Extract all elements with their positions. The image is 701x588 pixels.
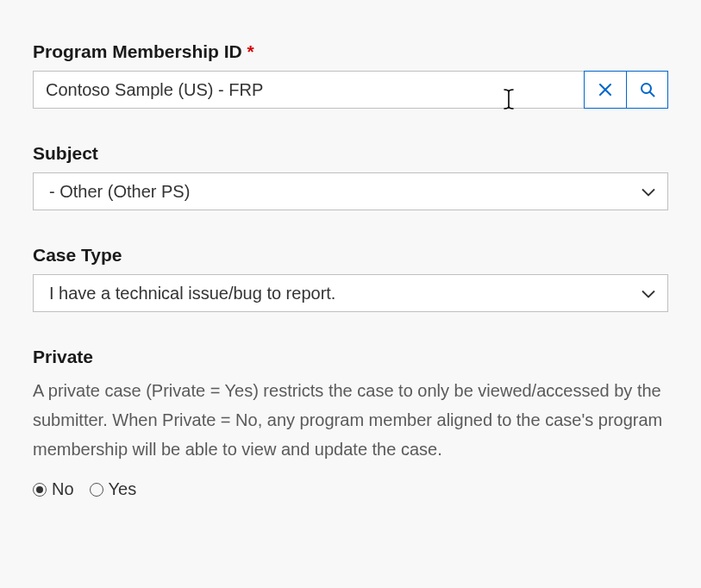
chevron-down-icon [642, 182, 655, 202]
private-field: Private A private case (Private = Yes) r… [33, 347, 668, 499]
private-radio-yes-label: Yes [109, 479, 137, 499]
program-membership-input[interactable] [33, 71, 584, 109]
close-icon [599, 84, 611, 96]
radio-icon [90, 483, 103, 497]
subject-select[interactable]: - Other (Other PS) [33, 172, 668, 210]
subject-field: Subject - Other (Other PS) [33, 143, 668, 210]
chevron-down-icon [642, 284, 655, 303]
radio-icon [33, 483, 47, 497]
clear-button[interactable] [584, 71, 626, 109]
case-type-select[interactable]: I have a technical issue/bug to report. [33, 274, 668, 312]
subject-label: Subject [33, 143, 668, 164]
program-membership-label: Program Membership ID * [33, 41, 668, 62]
case-type-selected-value: I have a technical issue/bug to report. [49, 284, 335, 303]
case-type-label: Case Type [33, 245, 668, 266]
private-radio-group: No Yes [33, 479, 668, 499]
program-membership-lookup [33, 71, 668, 109]
private-radio-yes[interactable]: Yes [90, 479, 137, 499]
case-type-field: Case Type I have a technical issue/bug t… [33, 245, 668, 312]
subject-selected-value: - Other (Other PS) [49, 182, 190, 202]
private-radio-no[interactable]: No [33, 479, 74, 499]
program-membership-label-text: Program Membership ID [33, 41, 242, 61]
private-help-text: A private case (Private = Yes) restricts… [33, 376, 668, 464]
private-radio-no-label: No [52, 479, 74, 499]
required-asterisk: * [247, 41, 254, 61]
search-icon [640, 82, 655, 97]
search-button[interactable] [626, 71, 668, 109]
private-label: Private [33, 347, 668, 367]
program-membership-field: Program Membership ID * [33, 41, 668, 109]
